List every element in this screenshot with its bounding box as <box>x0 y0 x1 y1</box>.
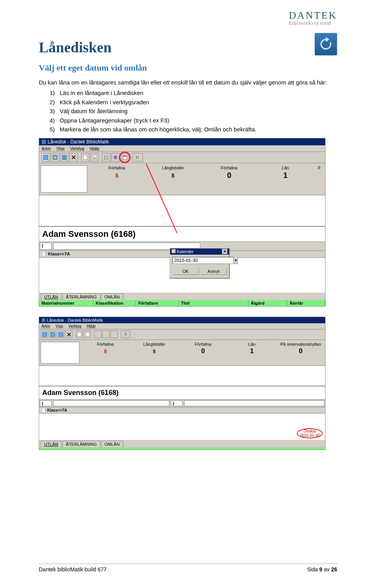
toolbar-button[interactable] <box>111 153 120 162</box>
tab-utlan[interactable]: UTLÅN <box>41 293 62 300</box>
toolbar-button[interactable] <box>94 331 102 338</box>
window-title: Lånedisk - Dantek BiblioMatik <box>47 318 103 322</box>
footer-build: Dantek biblioMatik build 677 <box>39 566 107 572</box>
step-item: Klick på Kalendern i verktygsraden <box>50 98 337 107</box>
footer-page: Sida 9 av 26 <box>307 566 337 572</box>
info-row: I I <box>39 400 325 407</box>
step-item: Läs in en låntagare i Lånedisken <box>50 89 337 98</box>
calendar-close-button[interactable]: ✕ <box>222 249 227 254</box>
menubar: Arkiv Visa Verktyg Hjälp <box>39 145 325 152</box>
borrower-name: Adam Svensson (6168) <box>39 226 325 242</box>
brand-sub: bibliotekssystem <box>289 20 337 26</box>
toolbar-calendar-button[interactable] <box>110 331 118 338</box>
class-row: 📑 Klass<>7A <box>39 407 325 414</box>
svg-rect-11 <box>42 332 46 336</box>
tabs-row: UTLÅN ÅTERLÄMNING OMLÅN <box>39 293 325 300</box>
window-icon <box>41 318 45 322</box>
menu-verktyg[interactable]: Verktyg <box>70 146 84 151</box>
calendar-ok-button[interactable]: OK <box>172 268 199 275</box>
left-panel <box>41 166 87 193</box>
menu-visa[interactable]: Visa <box>56 146 64 151</box>
toolbar-button[interactable] <box>41 153 50 162</box>
tabs-row: UTLÅN ÅTERLÄMNING OMLÅN <box>39 440 325 447</box>
svg-point-2 <box>54 156 56 158</box>
svg-rect-4 <box>84 155 87 159</box>
page-footer: Dantek biblioMatik build 677 Sida 9 av 2… <box>39 564 337 572</box>
step-item: Markera de lån som ska lånas om och höge… <box>50 125 337 134</box>
intro-paragraph: Du kan låna om en låntagares samtliga lå… <box>39 78 337 86</box>
toolbar-button[interactable] <box>49 331 56 338</box>
toolbar-button[interactable] <box>57 331 64 338</box>
stats-row: Förfallna5 Långtidslån5 Förfallna0 Lån1 … <box>39 340 325 366</box>
menu-arkiv[interactable]: Arkiv <box>41 324 50 328</box>
tab-omlan[interactable]: OMLÅN <box>101 293 123 300</box>
window-titlebar: Lånedisk - Dantek BiblioMatik <box>39 138 325 145</box>
svg-rect-0 <box>44 155 48 159</box>
calendar-date-input[interactable] <box>172 257 234 264</box>
svg-rect-10 <box>123 155 127 157</box>
stat-col: Förfallna5 <box>89 166 145 193</box>
section-title: Välj ett eget datum vid omlån <box>39 63 337 73</box>
toolbar-button[interactable]: R <box>132 153 143 162</box>
toolbar-button[interactable] <box>41 331 48 338</box>
stats-row: Förfallna5 Långtidslån5 Förfallna0 Lån1 … <box>39 163 325 195</box>
menu-verktyg[interactable]: Verktyg <box>69 324 81 328</box>
menu-hjalp[interactable]: Hjälp <box>90 146 99 151</box>
tab-aterlaemning[interactable]: ÅTERLÄMNING <box>62 293 100 300</box>
refresh-icon <box>315 33 337 55</box>
tab-omlan[interactable]: OMLÅN <box>101 441 123 447</box>
toolbar-button[interactable] <box>84 331 91 338</box>
stat-col: Lån1 <box>257 166 313 193</box>
svg-rect-13 <box>59 332 63 336</box>
tab-utlan[interactable]: UTLÅN <box>41 441 62 447</box>
svg-point-8 <box>114 155 117 159</box>
toolbar-button[interactable] <box>90 153 99 162</box>
toolbar-button[interactable] <box>60 153 69 162</box>
svg-rect-12 <box>50 332 55 336</box>
table-header-strip <box>39 447 325 450</box>
toolbar: R <box>39 152 325 163</box>
tab-aterlaemning[interactable]: ÅTERLÄMNING <box>62 441 100 447</box>
calendar-dropdown-icon[interactable]: ▼ <box>234 257 238 264</box>
toolbar: R <box>39 329 325 340</box>
toolbar-button[interactable] <box>102 331 110 338</box>
stat-col: Förfallna0 <box>201 166 257 193</box>
svg-rect-6 <box>93 157 95 159</box>
menu-hjalp[interactable]: Hjälp <box>87 324 96 328</box>
onskat-badge: Önskat 2015-01-30 <box>297 428 323 438</box>
borrower-name: Adam Svensson (6168) <box>39 386 325 400</box>
svg-rect-14 <box>78 332 81 336</box>
window-lanedisk-2: Lånedisk - Dantek BiblioMatik Arkiv Visa… <box>39 317 326 450</box>
table-header: Materialnummer Klassifikation Författare… <box>39 300 325 306</box>
stat-col: F <box>313 166 325 193</box>
window-title: Lånedisk - Dantek BiblioMatik <box>48 139 109 145</box>
step-item: Välj datum för återlämning <box>50 107 337 116</box>
page-title: Lånedisken <box>39 39 337 56</box>
step-item: Öppna Låntagaregenskaper (tryck t ex F3) <box>50 116 337 125</box>
toolbar-button[interactable] <box>76 331 83 338</box>
menu-arkiv[interactable]: Arkiv <box>41 146 51 151</box>
svg-rect-15 <box>86 332 89 336</box>
toolbar-delete-button[interactable] <box>65 331 72 338</box>
toolbar-button[interactable] <box>102 153 110 162</box>
left-panel <box>41 342 79 364</box>
window-icon <box>41 140 46 144</box>
toolbar-button[interactable] <box>81 153 90 162</box>
toolbar-calendar-button[interactable] <box>121 153 129 162</box>
menubar: Arkiv Visa Verktyg Hjälp <box>39 323 325 329</box>
menu-visa[interactable]: Visa <box>55 324 63 328</box>
window-titlebar: Lånedisk - Dantek BiblioMatik <box>39 317 325 323</box>
toolbar-button[interactable]: R <box>121 331 130 338</box>
toolbar-button[interactable] <box>51 153 59 162</box>
calendar-title: Kalender <box>177 249 194 254</box>
brand-name: DANTEK <box>289 10 337 21</box>
calendar-popup: Kalender ✕ ▼ OK Avbryt <box>169 248 230 279</box>
window-lanedisk-1: Lånedisk - Dantek BiblioMatik Arkiv Visa… <box>39 138 326 307</box>
toolbar-delete-button[interactable] <box>69 153 78 162</box>
calendar-cancel-button[interactable]: Avbryt <box>200 268 227 275</box>
svg-rect-7 <box>105 156 108 159</box>
brand-logo: DANTEK bibliotekssystem <box>289 10 337 26</box>
steps-list: Läs in en låntagare i Lånedisken Klick p… <box>50 89 337 134</box>
